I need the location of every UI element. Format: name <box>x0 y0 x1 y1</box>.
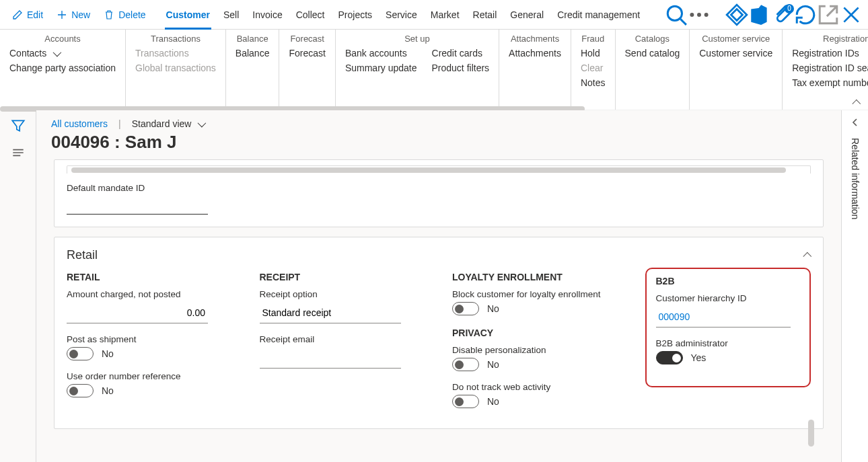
tab-invoice[interactable]: Invoice <box>246 0 289 30</box>
chevron-down-icon <box>50 48 59 59</box>
list-icon <box>11 145 26 160</box>
edit-icon <box>12 9 23 20</box>
delete-label: Delete <box>118 9 145 20</box>
new-button[interactable]: New <box>50 3 97 27</box>
amount-charged-input[interactable] <box>67 302 208 323</box>
tab-market[interactable]: Market <box>424 0 466 30</box>
chevron-down-icon <box>195 118 204 129</box>
svg-point-0 <box>667 6 682 20</box>
svg-point-3 <box>704 13 709 17</box>
tab-sell[interactable]: Sell <box>217 0 246 30</box>
copilot-button[interactable] <box>725 3 748 27</box>
diamond-icon <box>725 3 748 26</box>
tab-collect[interactable]: Collect <box>289 0 332 30</box>
filter-button[interactable] <box>11 118 26 133</box>
breadcrumb-link[interactable]: All customers <box>51 118 108 129</box>
main-content: All customers | Standard view 004096 : S… <box>36 110 841 462</box>
tab-general[interactable]: General <box>503 0 550 30</box>
receipt-option-input[interactable] <box>260 302 401 323</box>
trash-icon <box>104 9 114 20</box>
ribbon-item-bank-accounts[interactable]: Bank accounts <box>345 48 417 59</box>
refresh-icon <box>794 3 817 26</box>
ribbon-item-reg-ids[interactable]: Registration IDs <box>792 48 868 59</box>
svg-point-1 <box>690 13 694 17</box>
ribbon-title: Accounts <box>9 34 116 44</box>
chevron-left-icon <box>850 117 861 128</box>
search-button[interactable] <box>665 3 688 27</box>
left-rail <box>0 110 36 462</box>
command-bar: Edit New Delete Customer Sell Invoice Co… <box>0 0 868 30</box>
ribbon-item-global-transactions: Global transactions <box>135 63 216 73</box>
ribbon-item-contacts[interactable]: Contacts <box>9 48 116 59</box>
disable-personalization-toggle[interactable] <box>452 358 479 371</box>
page-body: All customers | Standard view 004096 : S… <box>0 110 868 462</box>
more-icon <box>688 3 711 26</box>
ribbon-item-notes[interactable]: Notes <box>581 77 606 88</box>
tab-service[interactable]: Service <box>379 0 424 30</box>
ribbon-group-fraud: Fraud Hold Clear Notes <box>571 30 616 110</box>
ribbon-collapse-button[interactable] <box>854 98 860 108</box>
ribbon-group-transactions: Transactions Transactions Global transac… <box>126 30 226 110</box>
ribbon-item-forecast[interactable]: Forecast <box>289 48 325 59</box>
ribbon-group-setup: Set up Bank accounts Summary update Cred… <box>336 30 499 110</box>
retail-header: Retail <box>67 248 98 262</box>
view-selector[interactable]: Standard view <box>132 118 205 129</box>
ribbon-item-balance[interactable]: Balance <box>236 48 270 59</box>
ribbon-group-forecast: Forecast Forecast <box>279 30 335 110</box>
do-not-track-toggle[interactable] <box>452 395 479 408</box>
delete-button[interactable]: Delete <box>97 3 152 27</box>
refresh-button[interactable] <box>794 3 817 27</box>
vertical-scrollbar[interactable] <box>808 231 814 447</box>
customer-hierarchy-input[interactable] <box>656 306 791 328</box>
overflow-button[interactable] <box>688 3 711 27</box>
ribbon-group-attachments: Attachments Attachments <box>499 30 571 110</box>
close-button[interactable] <box>840 3 863 27</box>
ribbon-item-send-catalog[interactable]: Send catalog <box>625 48 680 59</box>
attachments-button[interactable]: 0 <box>771 3 794 27</box>
tab-credit-management[interactable]: Credit management <box>550 0 647 30</box>
ribbon-item-credit-cards[interactable]: Credit cards <box>432 48 490 59</box>
ribbon-group-catalogs: Catalogs Send catalog <box>616 30 690 110</box>
edit-button[interactable]: Edit <box>5 3 50 27</box>
post-as-shipment-toggle[interactable] <box>67 347 94 360</box>
form-area: Default mandate ID Retail RETAIL Amount … <box>36 159 841 456</box>
badge-count: 0 <box>785 4 794 13</box>
ribbon-group-accounts: Accounts Contacts Change party associati… <box>0 30 126 110</box>
mandate-input[interactable] <box>67 196 208 215</box>
b2b-admin-toggle[interactable] <box>656 351 683 364</box>
right-rail: Related information <box>841 110 868 462</box>
block-loyalty-toggle[interactable] <box>452 302 479 315</box>
ribbon-item-attachments[interactable]: Attachments <box>509 48 561 59</box>
inner-horizontal-scrollbar[interactable] <box>67 165 811 174</box>
popout-button[interactable] <box>817 3 840 27</box>
ribbon-group-balance: Balance Balance <box>226 30 280 110</box>
new-label: New <box>71 9 90 20</box>
mandate-card: Default mandate ID <box>54 159 824 227</box>
tab-projects[interactable]: Projects <box>331 0 379 30</box>
close-icon <box>840 3 863 26</box>
expand-related-button[interactable] <box>850 117 861 130</box>
popout-icon <box>817 3 840 26</box>
ribbon-item-hold[interactable]: Hold <box>581 48 606 59</box>
tab-customer[interactable]: Customer <box>159 0 217 30</box>
ribbon-item-product-filters[interactable]: Product filters <box>432 63 490 73</box>
lines-button[interactable] <box>11 145 26 160</box>
related-info-label: Related information <box>850 138 861 219</box>
svg-point-2 <box>697 13 701 17</box>
ribbon-item-tax-exempt[interactable]: Tax exempt number searc <box>792 77 868 88</box>
retail-card: Retail RETAIL Amount charged, not posted… <box>54 237 824 429</box>
loyalty-privacy-column: LOYALTY ENROLLMENT Block customer for lo… <box>452 272 618 419</box>
filter-icon <box>11 118 26 133</box>
ribbon-item-customer-service[interactable]: Customer service <box>699 48 772 59</box>
order-number-toggle[interactable] <box>67 384 94 397</box>
ribbon-item-transactions: Transactions <box>135 48 216 59</box>
tab-retail[interactable]: Retail <box>466 0 504 30</box>
ribbon-item-change-party[interactable]: Change party association <box>9 63 116 73</box>
office-button[interactable] <box>748 3 771 27</box>
b2b-highlight: B2B Customer hierarchy ID B2B administra… <box>645 268 811 387</box>
mandate-label: Default mandate ID <box>67 183 811 193</box>
receipt-email-input[interactable] <box>260 347 401 369</box>
breadcrumb: All customers | Standard view <box>36 110 841 130</box>
ribbon-item-reg-search[interactable]: Registration ID search <box>792 63 868 73</box>
ribbon-item-summary-update[interactable]: Summary update <box>345 63 417 73</box>
